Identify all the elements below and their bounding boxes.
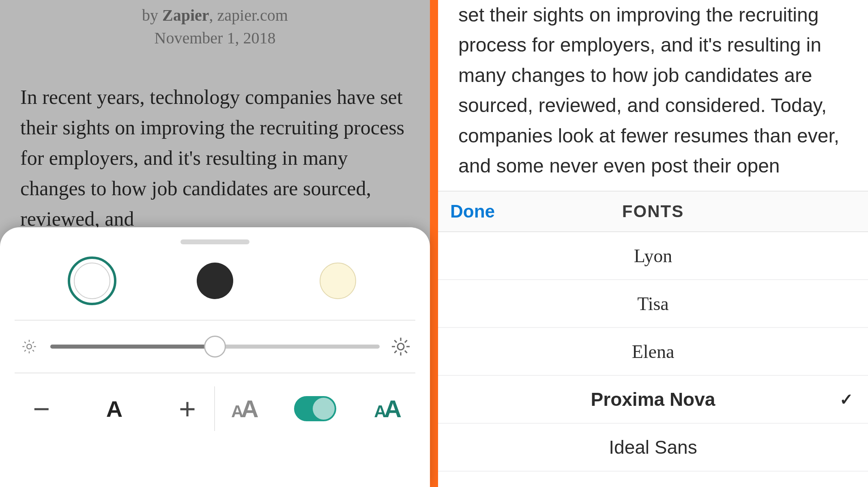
article-date: November 1, 2018 (20, 27, 410, 50)
font-option[interactable]: Proxima Nova✓ (438, 376, 868, 424)
auto-brightness-group: AA AA (215, 386, 415, 431)
article-body-right: set their sights on improving the recrui… (438, 0, 868, 181)
font-size-increase-button[interactable]: + (173, 392, 202, 425)
theme-row (15, 256, 415, 321)
svg-line-17 (405, 340, 407, 343)
font-size-indicator: A (106, 396, 122, 422)
pane-divider (430, 0, 438, 487)
fonts-list: LyonTisaElenaProxima Nova✓Ideal Sans (438, 232, 868, 472)
display-settings-sheet: − A + AA AA (0, 227, 430, 487)
svg-line-7 (24, 350, 26, 351)
theme-dark-swatch (197, 263, 233, 299)
brightness-slider-thumb[interactable] (204, 336, 226, 358)
font-option-label: Proxima Nova (591, 388, 715, 410)
svg-line-6 (32, 350, 34, 351)
theme-light[interactable] (68, 256, 116, 305)
sheet-grabber[interactable] (180, 239, 249, 244)
fonts-title: FONTS (622, 202, 684, 221)
font-option[interactable]: Elena (438, 328, 868, 376)
done-button[interactable]: Done (450, 201, 495, 222)
font-option[interactable]: Lyon (438, 232, 868, 280)
brightness-slider-fill (50, 345, 215, 349)
brightness-row (15, 321, 415, 373)
font-option[interactable]: Ideal Sans (438, 424, 868, 472)
svg-line-14 (394, 340, 397, 343)
brightness-high-icon (391, 337, 410, 356)
right-pane: set their sights on improving the recrui… (438, 0, 868, 487)
auto-toggle[interactable] (294, 396, 336, 421)
checkmark-icon: ✓ (840, 390, 853, 409)
svg-point-9 (397, 343, 404, 350)
font-size-decrease-button[interactable]: − (27, 392, 56, 425)
byline-prefix: by (142, 6, 162, 24)
font-preview-small-icon: AA (231, 395, 256, 423)
svg-point-0 (27, 344, 32, 349)
font-option-label: Elena (632, 341, 675, 362)
font-size-group: − A + (15, 386, 215, 431)
article-body-left: In recent years, technology companies ha… (20, 82, 410, 234)
fonts-header: Done FONTS (438, 192, 868, 232)
toggle-knob (313, 398, 335, 420)
byline-source: , zapier.com (209, 6, 288, 24)
brightness-slider[interactable] (50, 345, 380, 349)
byline-author: Zapier (162, 6, 209, 24)
svg-line-5 (24, 342, 26, 343)
svg-line-15 (405, 351, 407, 353)
theme-light-swatch (74, 263, 110, 299)
theme-sepia[interactable] (314, 256, 362, 305)
theme-dark[interactable] (191, 256, 239, 305)
font-option-label: Tisa (637, 293, 669, 315)
brightness-low-icon (19, 337, 39, 356)
theme-sepia-swatch (320, 263, 356, 299)
font-option-label: Lyon (634, 245, 672, 267)
font-option-label: Ideal Sans (609, 436, 697, 458)
bottom-controls: − A + AA AA (15, 373, 415, 431)
left-pane: by Zapier, zapier.com November 1, 2018 I… (0, 0, 430, 487)
fonts-sheet: Done FONTS LyonTisaElenaProxima Nova✓Ide… (438, 191, 868, 487)
font-preview-large-icon: AA (374, 395, 399, 423)
svg-line-16 (394, 351, 397, 353)
svg-line-8 (32, 342, 34, 343)
font-option[interactable]: Tisa (438, 280, 868, 328)
byline: by Zapier, zapier.com (20, 4, 410, 27)
